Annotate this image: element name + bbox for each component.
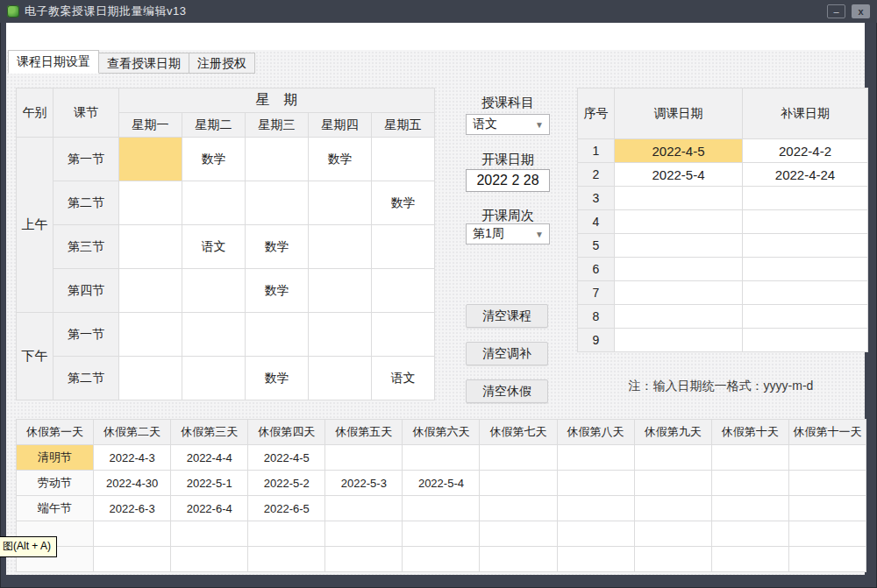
schedule-cell[interactable]: 数学 [246,269,309,313]
holiday-date-cell[interactable]: 2022-5-1 [171,471,248,496]
holiday-date-cell[interactable] [557,496,634,521]
holiday-date-cell[interactable] [557,445,634,471]
start-week-select[interactable]: 第1周 ▼ [466,223,550,244]
schedule-cell[interactable] [182,313,246,357]
adjust-date-cell-selected[interactable]: 2022-4-5 [615,139,743,163]
holiday-date-cell[interactable] [634,471,711,496]
holiday-date-cell[interactable]: 2022-6-5 [248,496,325,521]
schedule-cell[interactable] [309,313,372,357]
holiday-date-cell[interactable] [325,496,403,521]
holiday-date-cell[interactable] [711,547,788,572]
holiday-date-cell[interactable] [480,496,557,521]
schedule-cell[interactable] [372,313,435,357]
start-date-input[interactable] [466,169,550,192]
schedule-cell[interactable]: 数学 [372,181,435,225]
holiday-date-cell[interactable] [171,547,248,572]
schedule-cell[interactable] [182,357,246,400]
schedule-cell[interactable] [182,181,246,225]
schedule-cell[interactable] [372,138,435,181]
holiday-date-cell[interactable] [634,496,711,521]
holiday-date-cell[interactable] [557,521,634,547]
holiday-date-cell[interactable] [788,445,866,471]
holiday-date-cell[interactable] [788,521,866,547]
schedule-cell[interactable]: 数学 [246,357,309,400]
holiday-date-cell[interactable] [403,445,480,471]
schedule-cell[interactable] [309,181,372,225]
holiday-date-cell[interactable]: 2022-4-3 [94,445,171,471]
adjust-date-cell[interactable] [615,329,743,352]
schedule-cell[interactable] [119,225,182,269]
minimize-button[interactable]: – [827,4,845,18]
schedule-cell[interactable]: 数学 [182,138,246,181]
schedule-cell[interactable] [246,313,309,357]
holiday-date-cell[interactable] [325,521,403,547]
holiday-date-cell[interactable] [403,521,480,547]
tab-registration[interactable]: 注册授权 [189,53,255,74]
holiday-date-cell[interactable]: 2022-6-3 [94,496,171,521]
close-button[interactable]: x [852,4,870,18]
schedule-cell[interactable] [119,357,182,400]
holiday-date-cell[interactable] [94,521,171,547]
holiday-date-cell[interactable]: 2022-4-5 [248,445,325,471]
holiday-date-cell[interactable]: 2022-5-3 [325,471,403,496]
adjust-date-cell[interactable] [615,305,743,329]
holiday-name-cell-selected[interactable]: 清明节 [17,445,94,471]
schedule-cell[interactable]: 语文 [372,357,435,400]
schedule-cell[interactable] [309,269,372,313]
holiday-date-cell[interactable]: 2022-4-4 [171,445,248,471]
holiday-date-cell[interactable]: 2022-5-4 [403,471,480,496]
holiday-date-cell[interactable] [480,547,557,572]
schedule-cell-selected[interactable] [119,138,182,181]
holiday-date-cell[interactable]: 2022-4-30 [94,471,171,496]
adjust-date-cell[interactable] [615,234,743,258]
holiday-name-cell[interactable]: 劳动节 [17,471,94,496]
holiday-date-cell[interactable] [711,496,788,521]
makeup-date-cell[interactable] [743,305,868,329]
schedule-cell[interactable]: 数学 [309,138,372,181]
makeup-date-cell[interactable] [743,210,868,234]
holiday-date-cell[interactable] [711,471,788,496]
makeup-date-cell[interactable] [743,258,868,281]
makeup-date-cell[interactable]: 2022-4-24 [743,163,868,187]
schedule-cell[interactable] [119,313,182,357]
adjust-date-cell[interactable] [615,187,743,210]
holiday-date-cell[interactable] [171,521,248,547]
holiday-date-cell[interactable] [711,445,788,471]
holiday-date-cell[interactable] [325,547,403,572]
holiday-date-cell[interactable] [788,547,866,572]
schedule-cell[interactable] [372,269,435,313]
holiday-date-cell[interactable] [788,471,866,496]
makeup-date-cell[interactable]: 2022-4-2 [743,139,868,163]
makeup-date-cell[interactable] [743,329,868,352]
schedule-cell[interactable] [182,269,246,313]
adjust-date-cell[interactable]: 2022-5-4 [615,163,743,187]
holiday-date-cell[interactable] [557,471,634,496]
holiday-date-cell[interactable]: 2022-5-2 [248,471,325,496]
holiday-date-cell[interactable]: 2022-6-4 [171,496,248,521]
adjust-date-cell[interactable] [615,210,743,234]
schedule-cell[interactable] [119,181,182,225]
schedule-cell[interactable] [372,225,435,269]
holiday-date-cell[interactable] [634,521,711,547]
holiday-date-cell[interactable] [248,547,325,572]
schedule-cell[interactable] [246,181,309,225]
schedule-cell[interactable]: 语文 [182,225,246,269]
adjust-date-cell[interactable] [615,281,743,305]
holiday-date-cell[interactable] [480,521,557,547]
holiday-date-cell[interactable] [634,445,711,471]
schedule-cell[interactable] [246,138,309,181]
holiday-date-cell[interactable] [788,496,866,521]
tab-view-teaching-dates[interactable]: 查看授课日期 [98,53,189,74]
schedule-cell[interactable] [119,269,182,313]
holiday-date-cell[interactable] [634,547,711,572]
schedule-cell[interactable] [309,357,372,400]
schedule-cell[interactable] [309,225,372,269]
subject-select[interactable]: 语文 ▼ [466,114,550,135]
holiday-date-cell[interactable] [403,547,480,572]
clear-courses-button[interactable]: 清空课程 [466,304,548,328]
makeup-date-cell[interactable] [743,281,868,305]
holiday-date-cell[interactable] [325,445,403,471]
adjust-date-cell[interactable] [615,258,743,281]
schedule-cell[interactable]: 数学 [246,225,309,269]
holiday-date-cell[interactable] [480,445,557,471]
